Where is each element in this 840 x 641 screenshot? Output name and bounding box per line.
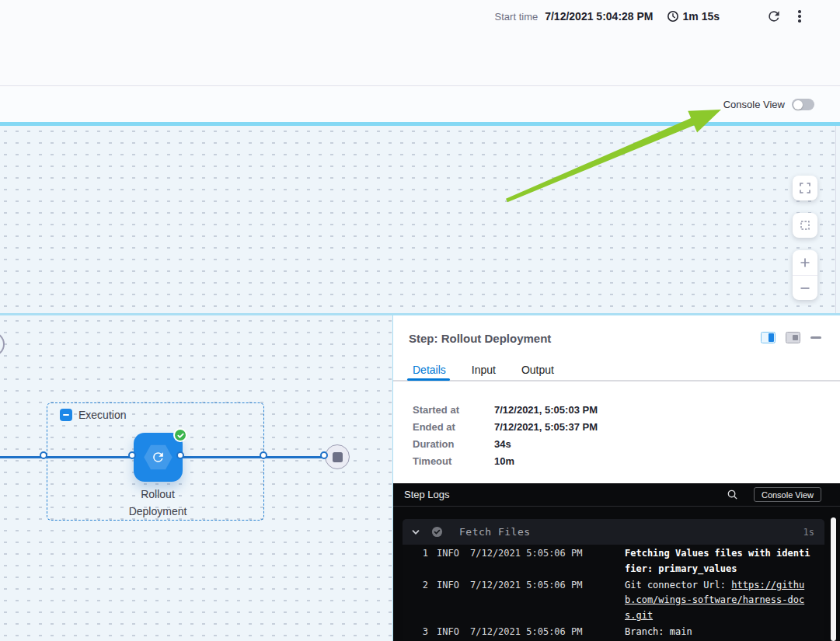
tabs-divider bbox=[393, 380, 840, 381]
fullscreen-icon bbox=[799, 182, 811, 194]
clock-icon bbox=[667, 10, 679, 23]
step-logs-panel: Step Logs Console View Fetch bbox=[393, 483, 840, 641]
console-view-toggle[interactable] bbox=[792, 99, 814, 110]
log-section-header[interactable]: Fetch Files 1s bbox=[403, 519, 824, 545]
graph-toolbar: Console View bbox=[0, 87, 840, 122]
detail-row: Started at 7/12/2021, 5:05:03 PM bbox=[413, 404, 598, 416]
connector-port bbox=[176, 451, 184, 459]
zoom-in-out-group bbox=[793, 250, 817, 300]
start-time-value: 7/12/2021 5:04:28 PM bbox=[545, 10, 653, 23]
step-logs-title: Step Logs bbox=[404, 489, 727, 500]
log-message: Branch: main bbox=[625, 625, 811, 640]
detail-label: Ended at bbox=[413, 421, 494, 433]
tab-input[interactable]: Input bbox=[472, 364, 496, 376]
detail-value: 7/12/2021, 5:05:03 PM bbox=[494, 404, 598, 416]
log-level: INFO bbox=[437, 625, 463, 640]
log-level: INFO bbox=[437, 546, 463, 577]
connector-port bbox=[260, 451, 267, 459]
detail-label: Duration bbox=[413, 438, 494, 450]
node-label: Rollout Deployment bbox=[99, 486, 216, 520]
detail-value: 34s bbox=[494, 438, 511, 450]
fit-view-icon bbox=[799, 219, 811, 232]
panel-tabs: Details Input Output bbox=[413, 364, 554, 376]
split-view-bottom-button[interactable] bbox=[786, 332, 800, 343]
execution-topbar: Start time 7/12/2021 5:04:28 PM 1m 15s bbox=[0, 0, 840, 86]
check-circle-icon bbox=[431, 526, 443, 538]
split-fill bbox=[769, 333, 774, 342]
toggle-knob bbox=[793, 100, 803, 110]
log-line-number: 3 bbox=[403, 625, 428, 640]
log-message: Git connector Url: https://github.com/wi… bbox=[625, 578, 811, 624]
detail-row: Timeout 10m bbox=[413, 455, 598, 467]
zoom-in-button[interactable] bbox=[793, 250, 817, 275]
panel-title: Step: Rollout Deployment bbox=[409, 332, 551, 345]
log-timestamp: 7/12/2021 5:05:06 PM bbox=[470, 578, 585, 624]
tab-output[interactable]: Output bbox=[521, 364, 554, 376]
execution-canvas[interactable]: Execution Rollout Deployment bbox=[0, 315, 393, 641]
canvas-right-edge bbox=[835, 126, 836, 313]
detail-label: Timeout bbox=[413, 455, 494, 467]
connector-port bbox=[128, 451, 136, 459]
console-view-label: Console View bbox=[723, 99, 785, 110]
previous-node-arc bbox=[0, 332, 5, 357]
stop-node bbox=[325, 444, 350, 469]
execution-group-label: Execution bbox=[78, 409, 126, 421]
kebab-menu-button[interactable] bbox=[790, 7, 809, 26]
log-line-number: 1 bbox=[403, 546, 428, 577]
chevron-down-icon[interactable] bbox=[411, 528, 420, 537]
log-row: 3 INFO 7/12/2021 5:05:06 PM Branch: main bbox=[403, 625, 824, 640]
start-time-label: Start time bbox=[495, 11, 539, 23]
zoom-in-icon bbox=[799, 256, 811, 269]
log-search-button[interactable] bbox=[727, 489, 738, 500]
log-line-number: 2 bbox=[403, 578, 428, 624]
detail-row: Duration 34s bbox=[413, 438, 598, 450]
log-section-name: Fetch Files bbox=[459, 526, 531, 538]
connector-port bbox=[320, 451, 328, 459]
stage-canvas[interactable] bbox=[0, 126, 840, 313]
detail-value: 10m bbox=[494, 455, 514, 467]
logs-divider bbox=[393, 506, 840, 507]
refresh-icon bbox=[766, 9, 782, 24]
log-section-fetch-files: Fetch Files 1s 1 INFO 7/12/2021 5:05:06 … bbox=[403, 519, 824, 641]
log-message: Fetching Values files with identifier: p… bbox=[625, 546, 811, 577]
minimize-panel-button[interactable] bbox=[810, 336, 821, 339]
search-icon bbox=[727, 489, 738, 500]
log-row: 1 INFO 7/12/2021 5:05:06 PM Fetching Val… bbox=[403, 546, 824, 577]
success-badge bbox=[173, 428, 187, 442]
pipeline-execution-screen: Start time 7/12/2021 5:04:28 PM 1m 15s C… bbox=[0, 0, 840, 641]
log-scrollbar[interactable] bbox=[831, 517, 836, 641]
zoom-out-icon bbox=[799, 282, 811, 294]
log-level: INFO bbox=[437, 578, 463, 624]
check-icon bbox=[177, 432, 184, 439]
zoom-out-button[interactable] bbox=[793, 275, 817, 300]
tab-details[interactable]: Details bbox=[413, 364, 446, 376]
detail-label: Started at bbox=[413, 404, 494, 416]
step-details-list: Started at 7/12/2021, 5:05:03 PM Ended a… bbox=[413, 404, 598, 472]
log-section-duration: 1s bbox=[803, 527, 814, 538]
duration-value: 1m 15s bbox=[683, 10, 720, 23]
minus-icon bbox=[63, 414, 69, 416]
split-view-right-button[interactable] bbox=[761, 332, 776, 343]
refresh-button[interactable] bbox=[765, 7, 783, 26]
split-fill bbox=[793, 335, 798, 340]
collapse-group-chip[interactable] bbox=[60, 409, 72, 421]
log-timestamp: 7/12/2021 5:05:06 PM bbox=[470, 625, 585, 640]
fit-view-button[interactable] bbox=[793, 213, 817, 238]
active-tab-underline bbox=[407, 378, 450, 381]
fullscreen-button[interactable] bbox=[793, 176, 817, 200]
connector-port bbox=[40, 451, 47, 459]
step-hexagon bbox=[144, 444, 173, 471]
log-timestamp: 7/12/2021 5:05:06 PM bbox=[470, 546, 585, 577]
stop-icon bbox=[333, 452, 343, 462]
log-lines: 1 INFO 7/12/2021 5:05:06 PM Fetching Val… bbox=[403, 545, 824, 640]
detail-value: 7/12/2021, 5:05:37 PM bbox=[494, 421, 598, 433]
log-row: 2 INFO 7/12/2021 5:05:06 PM Git connecto… bbox=[403, 578, 824, 624]
detail-row: Ended at 7/12/2021, 5:05:37 PM bbox=[413, 421, 598, 433]
step-details-panel: Step: Rollout Deployment Details Input O… bbox=[392, 315, 840, 641]
rollout-refresh-icon bbox=[151, 450, 166, 465]
console-view-button[interactable]: Console View bbox=[754, 487, 821, 502]
